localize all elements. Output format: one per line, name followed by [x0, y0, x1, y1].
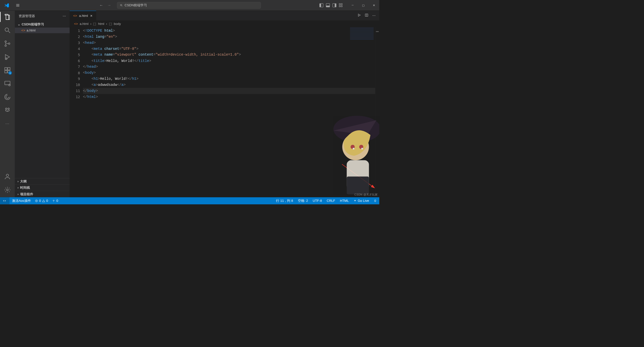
window-close-icon[interactable]: ✕ [369, 0, 379, 11]
broadcast-icon [353, 199, 356, 202]
remote-explorer-icon[interactable] [4, 80, 11, 87]
status-ports[interactable]: 0 [52, 199, 58, 203]
code-area[interactable]: 123456789101112 <!DOCTYPE html><html lan… [70, 27, 379, 197]
status-aos[interactable]: 激活Aos插件 [12, 199, 31, 203]
status-encoding[interactable]: UTF-8 [313, 199, 322, 203]
status-bar: 激活Aos插件 0 0 0 行 11，列 8 空格: 2 UTF-8 CRLF … [0, 197, 379, 204]
run-file-icon[interactable] [357, 13, 361, 18]
status-language[interactable]: HTML [340, 199, 349, 203]
chevron-right-icon [18, 192, 19, 196]
svg-point-4 [9, 43, 10, 44]
file-label: a.html [27, 28, 35, 32]
svg-point-13 [8, 108, 9, 109]
error-count: 0 [39, 199, 41, 203]
svg-rect-9 [8, 68, 10, 70]
command-center-search[interactable]: CSDN前端学习 [117, 2, 261, 9]
more-icon[interactable]: ⋯ [4, 120, 11, 127]
svg-point-12 [6, 108, 7, 109]
remote-indicator-icon[interactable] [0, 197, 10, 204]
html-file-icon: <> [73, 14, 77, 18]
source-control-icon[interactable] [4, 40, 11, 47]
symbol-icon: ⬚ [109, 22, 112, 26]
code-content[interactable]: <!DOCTYPE html><html lang="en"><head> <m… [83, 27, 379, 197]
project-components-section[interactable]: 项目组件 [15, 191, 70, 197]
status-problems[interactable]: 0 0 [35, 199, 48, 203]
window-minimize-icon[interactable]: ─ [347, 0, 358, 11]
customize-layout-icon[interactable] [339, 3, 343, 7]
status-indent[interactable]: 空格: 2 [298, 199, 308, 203]
editor-tabs: <> a.html ✕ ⋯ [70, 11, 379, 20]
accounts-icon[interactable] [4, 173, 11, 180]
tab-close-icon[interactable]: ✕ [90, 14, 93, 17]
folder-label: CSDN前端学习 [22, 22, 44, 27]
outline-section[interactable]: 大纲 [15, 178, 70, 184]
extensions-icon[interactable]: 1 [4, 67, 11, 74]
watermark-text: CSDN @天才玩家 [354, 193, 378, 196]
aos-label: 激活Aos插件 [12, 199, 31, 203]
explorer-folder[interactable]: CSDN前端学习 [15, 21, 70, 28]
breadcrumbs[interactable]: <> a.html › ⬚ html › ⬚ body [70, 20, 379, 27]
search-label: CSDN前端学习 [125, 3, 147, 8]
explorer-sidebar: 资源管理器 ⋯ CSDN前端学习 <> a.html 大纲 时间线 项目组件 [15, 11, 70, 197]
explorer-title: 资源管理器 [19, 14, 35, 18]
symbol-icon: ⬚ [93, 22, 96, 26]
explorer-icon[interactable] [4, 13, 11, 20]
warning-count: 0 [46, 199, 48, 203]
toggle-panel-icon[interactable] [326, 3, 330, 7]
line-number-gutter: 123456789101112 [70, 27, 83, 197]
window-maximize-icon[interactable]: ▢ [358, 0, 369, 11]
minimap[interactable] [350, 27, 374, 40]
status-bell-icon[interactable] [374, 199, 377, 202]
window-controls: ─ ▢ ✕ [347, 0, 379, 11]
svg-point-11 [9, 84, 10, 86]
overview-ruler[interactable] [375, 27, 379, 197]
breadcrumb-separator-icon: › [106, 22, 107, 26]
nav-arrows: ← → [99, 3, 111, 8]
run-debug-icon[interactable] [4, 53, 11, 60]
explorer-more-icon[interactable]: ⋯ [63, 14, 66, 18]
error-icon [35, 199, 38, 202]
nav-forward-icon[interactable]: → [107, 3, 111, 8]
timeline-section[interactable]: 时间线 [15, 184, 70, 191]
activity-bar: 1 ⋯ [0, 11, 15, 197]
titlebar: ← → CSDN前端学习 ─ ▢ ✕ [0, 0, 379, 11]
toggle-primary-sidebar-icon[interactable] [319, 3, 323, 7]
breadcrumb-separator-icon: › [90, 22, 91, 26]
svg-point-15 [7, 189, 8, 191]
bug-alt-icon[interactable] [4, 107, 11, 114]
svg-rect-7 [5, 70, 7, 73]
status-eol[interactable]: CRLF [327, 199, 335, 203]
status-cursor[interactable]: 行 11，列 8 [276, 199, 293, 203]
layout-controls [319, 3, 343, 7]
breadcrumb-file[interactable]: a.html [80, 22, 89, 26]
hamburger-menu-icon[interactable] [13, 3, 22, 7]
explorer-file[interactable]: <> a.html [15, 28, 70, 33]
svg-rect-6 [5, 68, 7, 70]
vscode-logo-icon [0, 3, 13, 8]
breadcrumb-body[interactable]: body [114, 22, 121, 26]
live-share-swirl-icon[interactable] [4, 93, 11, 100]
components-label: 项目组件 [20, 192, 33, 197]
settings-gear-icon[interactable] [4, 186, 11, 193]
status-golive[interactable]: Go Live [353, 199, 369, 203]
timeline-label: 时间线 [20, 185, 30, 190]
warning-icon [42, 199, 45, 202]
outline-label: 大纲 [20, 179, 27, 184]
breadcrumb-html[interactable]: html [98, 22, 104, 26]
editor-tab[interactable]: <> a.html ✕ [70, 11, 96, 20]
toggle-secondary-sidebar-icon[interactable] [333, 3, 336, 7]
svg-point-14 [6, 174, 9, 176]
nav-back-icon[interactable]: ← [99, 3, 103, 8]
chevron-right-icon [18, 186, 19, 190]
port-count: 0 [56, 199, 58, 203]
editor: <> a.html ✕ ⋯ <> a.html › ⬚ html › ⬚ bod… [70, 11, 379, 197]
search-activity-icon[interactable] [4, 27, 11, 34]
search-icon [120, 4, 123, 7]
svg-point-3 [5, 45, 6, 46]
chevron-right-icon [18, 179, 19, 183]
extensions-badge: 1 [8, 71, 12, 75]
html-file-icon: <> [74, 22, 78, 26]
svg-point-1 [5, 28, 9, 31]
split-editor-icon[interactable] [365, 13, 368, 18]
editor-more-icon[interactable]: ⋯ [372, 14, 376, 17]
